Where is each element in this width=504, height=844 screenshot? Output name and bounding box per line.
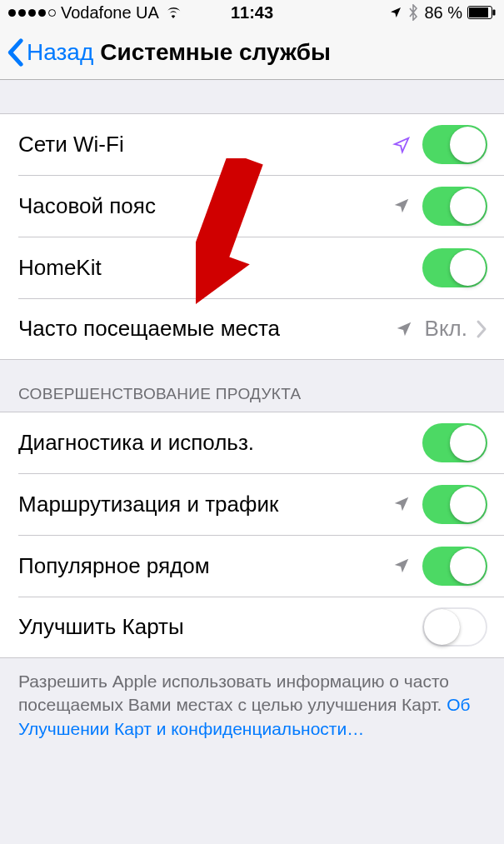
row-label: Диагностика и использ. xyxy=(18,430,422,456)
page-title: Системные службы xyxy=(100,39,331,66)
toggle-improve-maps[interactable] xyxy=(422,607,487,647)
toggle-popular-nearby[interactable] xyxy=(422,547,487,586)
toggle-timezone[interactable] xyxy=(422,187,487,226)
toggle-homekit[interactable] xyxy=(422,248,487,287)
bluetooth-icon xyxy=(407,4,419,21)
location-arrow-icon xyxy=(392,197,411,215)
row-label: Часто посещаемые места xyxy=(18,316,395,342)
row-popular-nearby[interactable]: Популярное рядом xyxy=(0,535,504,597)
group-header-product-improvement: СОВЕРШЕНСТВОВАНИЕ ПРОДУКТА xyxy=(0,360,504,412)
row-label: HomeKit xyxy=(18,255,422,281)
location-icon xyxy=(389,6,402,19)
back-label: Назад xyxy=(27,39,93,66)
svg-rect-1 xyxy=(469,7,488,17)
row-label: Улучшить Карты xyxy=(18,614,422,640)
toggle-routing-traffic[interactable] xyxy=(422,485,487,524)
location-arrow-icon xyxy=(395,320,413,338)
carrier-label: Vodafone UA xyxy=(61,3,159,22)
row-label: Популярное рядом xyxy=(18,553,392,579)
row-label: Сети Wi-Fi xyxy=(18,132,392,157)
row-wifi-networking[interactable]: Сети Wi-Fi xyxy=(0,113,504,175)
navigation-bar: Назад Системные службы xyxy=(0,25,504,80)
toggle-wifi-networking[interactable] xyxy=(422,125,487,164)
wifi-icon xyxy=(164,3,182,22)
row-frequent-locations[interactable]: Часто посещаемые места Вкл. xyxy=(0,298,504,360)
clock-label: 11:43 xyxy=(231,3,273,22)
row-detail-value: Вкл. xyxy=(425,316,467,342)
row-routing-traffic[interactable]: Маршрутизация и трафик xyxy=(0,473,504,535)
chevron-left-icon xyxy=(7,38,23,67)
svg-rect-2 xyxy=(493,10,496,16)
row-homekit[interactable]: HomeKit xyxy=(0,237,504,298)
location-arrow-icon xyxy=(392,495,411,513)
chevron-right-icon xyxy=(476,319,487,339)
cellular-signal-icon xyxy=(8,9,56,17)
back-button[interactable]: Назад xyxy=(7,38,93,67)
row-improve-maps[interactable]: Улучшить Карты xyxy=(0,597,504,658)
row-diagnostics[interactable]: Диагностика и использ. xyxy=(0,412,504,473)
location-arrow-icon xyxy=(392,557,411,575)
toggle-diagnostics[interactable] xyxy=(422,423,487,462)
battery-label: 86 % xyxy=(424,3,462,22)
row-timezone[interactable]: Часовой пояс xyxy=(0,175,504,237)
footer-body: Разрешить Apple использовать информацию … xyxy=(18,672,449,714)
battery-icon xyxy=(467,6,496,19)
location-arrow-icon xyxy=(392,136,411,154)
row-label: Часовой пояс xyxy=(18,193,392,219)
status-bar: Vodafone UA 11:43 86 % xyxy=(0,0,504,25)
row-label: Маршрутизация и трафик xyxy=(18,492,392,517)
footer-text: Разрешить Apple использовать информацию … xyxy=(0,658,504,766)
